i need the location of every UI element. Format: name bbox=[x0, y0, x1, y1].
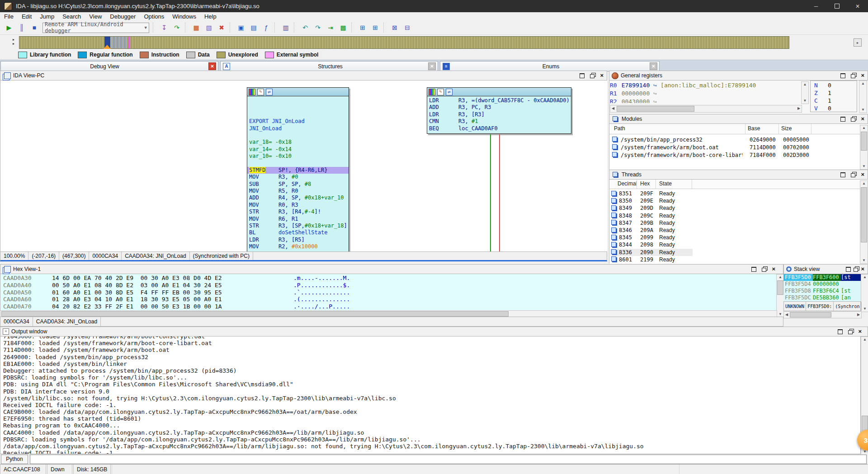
menu-jump[interactable]: Jump bbox=[36, 13, 58, 20]
menu-search[interactable]: Search bbox=[58, 13, 85, 20]
flag-row[interactable]: C1 bbox=[814, 97, 857, 104]
thread-row[interactable]: 86012199Ready bbox=[610, 256, 863, 263]
module-row[interactable]: /system/framework/arm/boot.oat7114D00000… bbox=[611, 143, 864, 151]
module-row[interactable]: /system/bin/app_process32026490000000500… bbox=[611, 136, 864, 143]
jump-forward-icon[interactable]: ↷ bbox=[312, 22, 324, 33]
output-float-icon[interactable] bbox=[848, 330, 853, 334]
disasm-line[interactable]: STR R3, [SP,#0x18+var_18] bbox=[249, 223, 347, 229]
menu-windows[interactable]: Windows bbox=[168, 13, 200, 20]
function-list-icon[interactable]: ƒ bbox=[260, 22, 272, 33]
registers-header[interactable]: General registers × bbox=[609, 71, 868, 81]
column-separator[interactable] bbox=[778, 124, 779, 134]
modules-float-icon[interactable] bbox=[851, 118, 855, 122]
current-instruction-row[interactable]: STMFD SP!, {R4-R6,LR} bbox=[247, 167, 349, 174]
ida-view-close-icon[interactable]: × bbox=[600, 73, 604, 78]
menu-file[interactable]: File bbox=[0, 13, 18, 20]
register-row[interactable]: R100000000↪ bbox=[610, 90, 800, 98]
hex-view-close-icon[interactable]: × bbox=[772, 267, 775, 271]
registers-list[interactable]: R0E7899140↪[anon:libc_malloc]:E7899140R1… bbox=[610, 81, 800, 103]
threads-maximize-icon[interactable] bbox=[840, 172, 845, 177]
tab-enums-close-icon[interactable]: ✕ bbox=[650, 62, 657, 70]
stack-rows[interactable]: FFB3F5D0FFB3F600[stFFB3F5D400000000FFB3F… bbox=[783, 274, 861, 301]
menu-debugger[interactable]: Debugger bbox=[106, 13, 140, 20]
node-color-palette-icon[interactable] bbox=[429, 89, 435, 95]
disasm-line[interactable]: SUB SP, SP, #8 bbox=[249, 181, 347, 188]
graph-node-titlebar[interactable]: ✎ ⇄ bbox=[247, 88, 349, 96]
disasm-line[interactable]: MOV R5, R0 bbox=[249, 188, 347, 194]
step-over-icon[interactable]: ↷ bbox=[171, 22, 183, 33]
modules-vscrollbar[interactable]: ▲▼ bbox=[860, 125, 868, 170]
hex-dump[interactable]: CAAD0A3014 6D 00 EA 70 40 2D E9 00 30 A0… bbox=[0, 274, 776, 310]
disasm-line[interactable]: MOV R2, #0x10000 bbox=[249, 243, 347, 250]
menu-options[interactable]: Options bbox=[140, 13, 168, 20]
node-edit-icon[interactable]: ✎ bbox=[257, 89, 264, 95]
threads-column-header[interactable]: DecimalHexState bbox=[609, 180, 868, 189]
disasm-line[interactable]: MOV R0, R3 bbox=[249, 202, 347, 209]
debugger-select[interactable]: Remote ARM Linux/Android debugger▼ bbox=[42, 23, 149, 33]
modules-column-header[interactable]: PathBaseSize bbox=[609, 124, 868, 134]
menu-view[interactable]: View bbox=[85, 13, 106, 20]
terminate-process-icon[interactable]: ✖ bbox=[216, 22, 227, 33]
thread-row[interactable]: 8350209EReady bbox=[610, 197, 863, 204]
disasm-line[interactable] bbox=[249, 104, 347, 111]
disasm-line[interactable]: MOV R3, #0 bbox=[249, 174, 347, 180]
graph-node-check-loaded[interactable]: ✎ ⇄ LDR R3, =(dword_CAB57F8C - 0xCAAD0AD… bbox=[427, 87, 571, 134]
cpu-flags-box[interactable]: N0Z1C1V0 bbox=[810, 81, 857, 112]
column-separator[interactable] bbox=[811, 124, 811, 134]
modules-table[interactable]: PathBaseSize/system/bin/app_process32026… bbox=[609, 124, 868, 170]
registers-maximize-icon[interactable] bbox=[840, 73, 845, 78]
flag-row[interactable]: N0 bbox=[814, 81, 857, 89]
python-input[interactable] bbox=[30, 455, 867, 464]
navband-end-button[interactable]: ▸ bbox=[854, 38, 862, 47]
threads-table[interactable]: DecimalHexState8351209FReady8350209ERead… bbox=[609, 180, 868, 264]
tab-debug-view[interactable]: Debug View ✕ bbox=[0, 61, 218, 71]
node-group-icon[interactable]: ⇄ bbox=[266, 89, 273, 95]
graph-canvas[interactable]: ✎ ⇄ EXPORT JNI_OnLoadJNI_OnLoad var_18= … bbox=[0, 81, 607, 251]
attach-debugger-icon[interactable]: ▦ bbox=[190, 22, 202, 33]
tab-structures-close-icon[interactable]: ✕ bbox=[428, 62, 436, 70]
navband-scroll-arrows[interactable]: ▸▸ bbox=[13, 38, 14, 46]
hex-view-float-icon[interactable] bbox=[762, 268, 766, 272]
menu-help[interactable]: Help bbox=[200, 13, 221, 20]
hex-row[interactable]: CAAD0A5001 60 A0 E1 00 30 8D E5 F4 FF FF… bbox=[0, 289, 776, 296]
column-separator[interactable] bbox=[745, 124, 745, 134]
flags-vscrollbar[interactable]: ▲▼ bbox=[859, 81, 867, 113]
registers-close-icon[interactable]: × bbox=[861, 73, 864, 78]
python-button[interactable]: Python bbox=[1, 455, 28, 464]
disasm-line[interactable]: LDR R3, =(dword_CAB57F8C - 0xCAAD0AD0) bbox=[429, 97, 569, 104]
modules-header[interactable]: Modules × bbox=[609, 114, 868, 124]
tab-debug-view-close-icon[interactable]: ✕ bbox=[208, 62, 216, 70]
thread-row[interactable]: 83452099Ready bbox=[610, 234, 863, 241]
navigation-band[interactable] bbox=[19, 36, 789, 49]
thread-row[interactable]: 8348209CReady bbox=[610, 212, 863, 219]
thread-row[interactable]: 8347209BReady bbox=[610, 219, 863, 227]
stack-row[interactable]: FFB3F5D8FFB3F6C4[st bbox=[783, 288, 861, 294]
hex-view-maximize-icon[interactable] bbox=[751, 267, 756, 272]
run-to-cursor-icon[interactable]: ⇥ bbox=[325, 22, 336, 33]
node-color-palette-icon[interactable] bbox=[249, 89, 255, 95]
thread-row[interactable]: 8351209FReady bbox=[610, 190, 863, 197]
output-maximize-icon[interactable] bbox=[838, 329, 843, 334]
close-button[interactable]: ✕ bbox=[847, 0, 868, 12]
disasm-line[interactable]: JNI_OnLoad bbox=[249, 125, 347, 132]
disasm-line[interactable]: EXPORT JNI_OnLoad bbox=[249, 118, 347, 125]
follow-arrow-icon[interactable]: ↪ bbox=[653, 82, 657, 89]
pause-process-icon[interactable]: ║ bbox=[16, 22, 28, 33]
threads-header[interactable]: Threads × bbox=[609, 170, 868, 180]
threads-float-icon[interactable] bbox=[851, 173, 855, 177]
disasm-line[interactable]: STR R3, [R4,#-4]! bbox=[249, 209, 347, 215]
flag-row[interactable]: V0 bbox=[814, 104, 857, 112]
graph-node-jni-onload[interactable]: ✎ ⇄ EXPORT JNI_OnLoadJNI_OnLoad var_18= … bbox=[247, 87, 349, 251]
search-window-icon[interactable]: ⊠ bbox=[389, 22, 401, 33]
stack-row[interactable]: FFB3F5DCDE5BB360[an bbox=[783, 294, 861, 301]
debugger-windows-icon[interactable]: ▣ bbox=[235, 22, 247, 33]
column-separator[interactable] bbox=[692, 180, 692, 189]
stop-process-icon[interactable]: ■ bbox=[28, 22, 40, 33]
tab-enums[interactable]: ≡ Enums ✕ bbox=[440, 61, 660, 71]
hex-row[interactable]: CAAD0A7004 20 82 E2 33 FF 2F E1 00 00 50… bbox=[0, 303, 776, 310]
column-path[interactable]: Path bbox=[614, 125, 625, 132]
disasm-line[interactable] bbox=[249, 111, 347, 118]
module-row[interactable]: /system/framework/arm/boot-core-libart.o… bbox=[611, 151, 864, 159]
stack-hscrollbar[interactable]: ◀ ▶ bbox=[783, 311, 862, 318]
disasm-line[interactable]: LDR R3, [R3] bbox=[429, 111, 569, 118]
